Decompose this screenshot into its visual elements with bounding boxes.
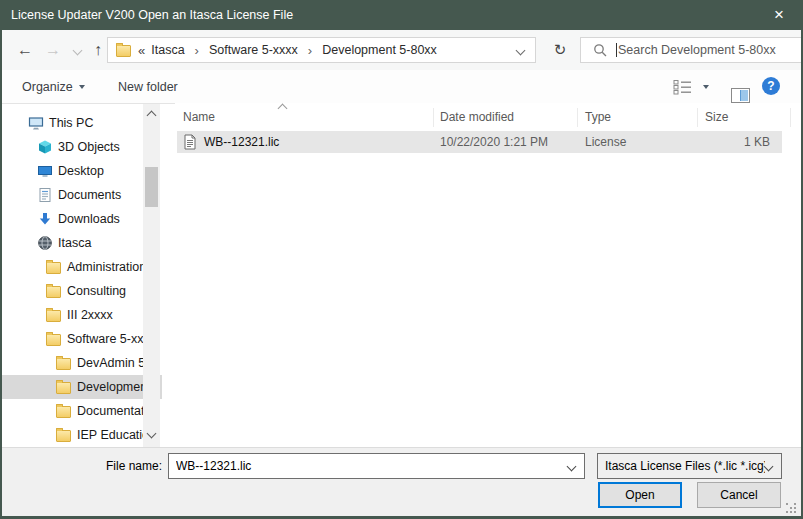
sidebar-item-label: Documents (58, 188, 121, 202)
dialog-footer: File name: Itasca License Files (*.lic *… (2, 447, 801, 517)
chevron-down-icon (72, 45, 82, 55)
new-folder-button[interactable]: New folder (118, 70, 178, 103)
sidebar-item-consulting[interactable]: Consulting (2, 279, 162, 303)
column-header-size[interactable]: Size (705, 110, 728, 124)
open-button[interactable]: Open (598, 482, 682, 508)
sidebar-item-administration[interactable]: Administration (2, 255, 162, 279)
desktop-icon (36, 163, 53, 179)
address-bar[interactable]: « Itasca › Software 5-xxxx › Development… (107, 37, 536, 63)
recent-locations-button[interactable] (68, 30, 86, 70)
preview-pane-icon (731, 88, 750, 103)
file-type-select[interactable]: Itasca License Files (*.lic *.icg) (597, 453, 782, 479)
change-view-button[interactable] (673, 79, 693, 95)
command-bar: Organize New folder ? (2, 70, 801, 104)
cancel-button[interactable]: Cancel (697, 482, 781, 508)
sidebar-item-software-5[interactable]: Software 5-xxx (2, 327, 162, 351)
file-list: Name Date modified Type Size WB--12321.l… (175, 103, 801, 447)
folder-icon (45, 284, 62, 298)
text-caret (616, 43, 617, 57)
sidebar-item-desktop[interactable]: Desktop (2, 159, 162, 183)
new-folder-label: New folder (118, 80, 178, 94)
sidebar-item-downloads[interactable]: Downloads (2, 207, 162, 231)
scroll-down-icon[interactable] (147, 429, 157, 439)
sidebar-item-iep-education[interactable]: IEP Education (2, 423, 162, 447)
help-button[interactable]: ? (762, 77, 780, 95)
license-file-icon (184, 134, 196, 150)
sidebar-item-this-pc[interactable]: This PC (2, 111, 162, 135)
dropdown-triangle-icon (703, 85, 709, 89)
scrollbar-thumb[interactable] (145, 167, 158, 207)
folder-icon (115, 43, 132, 57)
file-name-combo[interactable] (168, 453, 585, 479)
forward-icon: → (45, 41, 61, 59)
list-view-icon (673, 79, 693, 95)
file-type-value: Itasca License Files (*.lic *.icg) (598, 459, 765, 473)
window-title: License Updater V200 Open an Itasca Lice… (0, 8, 293, 22)
documents-icon (36, 187, 53, 203)
column-divider[interactable] (790, 108, 791, 127)
scroll-up-icon[interactable] (147, 111, 157, 121)
organize-label: Organize (22, 80, 73, 94)
breadcrumb-segment-software[interactable]: Software 5-xxxx (205, 43, 302, 57)
column-header-date-modified[interactable]: Date modified (440, 110, 514, 124)
sidebar-item-3d-objects[interactable]: 3D Objects (2, 135, 162, 159)
sidebar-item-itasca[interactable]: Itasca (2, 231, 162, 255)
cancel-button-label: Cancel (720, 488, 757, 502)
folder-icon (45, 308, 62, 322)
folder-icon (45, 260, 62, 274)
globe-icon (36, 235, 53, 251)
search-input[interactable] (618, 43, 803, 57)
organize-button[interactable]: Organize (22, 70, 85, 103)
title-bar: License Updater V200 Open an Itasca Lice… (0, 0, 803, 30)
file-name-cell: WB--12321.lic (204, 131, 279, 153)
file-name-label: File name: (22, 453, 162, 479)
back-button[interactable]: ← (10, 30, 40, 70)
view-options-dropdown[interactable] (703, 84, 709, 90)
sidebar-item-iii-2xxxx[interactable]: III 2xxxx (2, 303, 162, 327)
breadcrumb-segment-itasca[interactable]: Itasca (147, 43, 188, 57)
forward-button[interactable]: → (40, 30, 66, 70)
sidebar-item-documents[interactable]: Documents (2, 183, 162, 207)
sidebar-item-label: DevAdmin 5- (77, 356, 149, 370)
3d-cube-icon (36, 139, 53, 155)
breadcrumb-separator[interactable]: › (189, 43, 205, 58)
file-row-selected[interactable]: WB--12321.lic 10/22/2020 1:21 PM License… (177, 131, 782, 153)
file-date-cell: 10/22/2020 1:21 PM (440, 131, 548, 153)
close-button[interactable]: × (761, 0, 797, 30)
sidebar-item-label: Development (77, 380, 151, 394)
file-size-cell: 1 KB (744, 131, 770, 153)
column-divider[interactable] (577, 108, 578, 127)
sidebar-item-development[interactable]: Development (2, 375, 162, 399)
file-name-input[interactable] (169, 459, 568, 473)
open-button-label: Open (625, 488, 654, 502)
folder-icon (45, 332, 62, 346)
column-header-type[interactable]: Type (585, 110, 611, 124)
breadcrumb-separator[interactable]: › (302, 43, 318, 58)
sidebar-item-label: Itasca (58, 236, 91, 250)
chevron-down-icon (764, 461, 774, 471)
address-dropdown-icon[interactable] (516, 46, 526, 56)
sidebar-item-devadmin[interactable]: DevAdmin 5- (2, 351, 162, 375)
column-divider[interactable] (697, 108, 698, 127)
search-icon (593, 43, 607, 57)
search-box[interactable] (580, 37, 803, 63)
sidebar-item-label: Desktop (58, 164, 104, 178)
up-icon: ↑ (94, 41, 102, 59)
sidebar-scrollbar[interactable] (143, 104, 160, 447)
chevron-down-icon[interactable] (567, 461, 577, 471)
help-icon: ? (767, 79, 774, 93)
sidebar-item-label: Administration (67, 260, 146, 274)
column-divider[interactable] (433, 108, 434, 127)
column-header-name[interactable]: Name (183, 110, 215, 124)
downloads-icon (36, 211, 53, 227)
sidebar-item-label: 3D Objects (58, 140, 120, 154)
file-type-cell: License (585, 131, 626, 153)
sidebar-item-documentation[interactable]: Documentati (2, 399, 162, 423)
refresh-icon: ↻ (554, 41, 567, 59)
refresh-button[interactable]: ↻ (545, 37, 575, 63)
breadcrumb-segment-development[interactable]: Development 5-80xx (318, 43, 441, 57)
sidebar-item-label: Consulting (67, 284, 126, 298)
open-file-dialog: License Updater V200 Open an Itasca Lice… (0, 0, 803, 519)
breadcrumb-overflow[interactable]: « (132, 43, 147, 58)
resize-grip[interactable] (786, 503, 798, 515)
